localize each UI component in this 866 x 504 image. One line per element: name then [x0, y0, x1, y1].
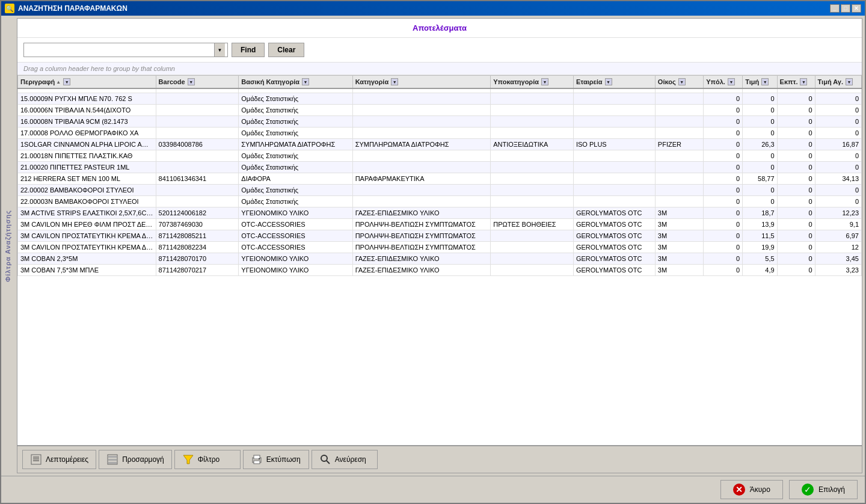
- find-button[interactable]: Find: [232, 43, 265, 57]
- cell-etaireia: [573, 185, 655, 196]
- print-label: Εκτύπωση: [266, 455, 301, 464]
- title-bar-left: 🔍 ΑΝΑΖΗΤΗΣΗ ΠΑΡΑΦΑΡΜΑΚΩΝ: [5, 4, 127, 13]
- table-row[interactable]: [18, 88, 862, 93]
- table-row[interactable]: 3M CAVILON ΠΡΟΣΤΑΤΕΥΤΙΚΗ ΚΡΕΜΑ ΔΕΡΜΑΤΟΣ …: [18, 242, 862, 253]
- table-row[interactable]: 22.00003N ΒΑΜΒΑΚΟΦΟΡΟΙ ΣΤΥΛΕΟΙΟμάδες Στα…: [18, 196, 862, 207]
- filter-oikos-button[interactable]: ▼: [678, 78, 686, 85]
- cell-basiki: Ομάδες Στατιστικής: [239, 128, 352, 139]
- confirm-button[interactable]: ✓ Επιλογή: [789, 480, 858, 499]
- table-row[interactable]: 16.00008N ΤΡΙΒΑΛΙΑ 9CM (82.1473Ομάδες Στ…: [18, 116, 862, 128]
- cell-barcode: [156, 128, 239, 139]
- cell-basiki: ΣΥΜΠΛΗΡΩΜΑΤΑ ΔΙΑΤΡΟΦΗΣ: [239, 139, 352, 150]
- cell-barcode: [156, 196, 239, 207]
- cell-etaireia: [573, 88, 655, 93]
- filter-ekpt-button[interactable]: ▼: [800, 78, 807, 85]
- side-tab: Φίλτρα Αναζήτησης: [1, 16, 14, 476]
- filter-perigrafi-button[interactable]: ▼: [63, 78, 70, 85]
- table-row[interactable]: 1SOLGAR CINNAMON ALPHA LIPOIC ACID TABS …: [18, 139, 862, 150]
- table-row[interactable]: 212 HERRERA SET MEN 100 ML8411061346341Δ…: [18, 173, 862, 185]
- col-header-ekpt[interactable]: Εκπτ. ▼: [777, 76, 815, 89]
- table-row[interactable]: 17.00008 ΡΟΛΛΟ ΘΕΡΜΟΓΡΑΦΙΚΟ ΧΑΟμάδες Στα…: [18, 128, 862, 139]
- cell-barcode: 5201124006182: [156, 207, 239, 219]
- find-toolbar-label: Ανεύρεση: [335, 455, 366, 464]
- filter-basiki-button[interactable]: ▼: [302, 78, 309, 85]
- sort-perigrafi-icon[interactable]: ▲: [56, 79, 61, 85]
- filter-timi-button[interactable]: ▼: [761, 78, 769, 85]
- table-row[interactable]: 3M CAVILON ΠΡΟΣΤΑΤΕΥΤΙΚΗ ΚΡΕΜΑ ΔΕΡΜΑΤΟΣ …: [18, 230, 862, 242]
- col-header-perigrafi[interactable]: Περιγραφή ▲ ▼: [18, 76, 156, 89]
- cell-kategoria: [352, 185, 491, 196]
- col-header-barcode[interactable]: Barcode ▼: [156, 76, 239, 89]
- col-header-timi[interactable]: Τιμή ▼: [743, 76, 777, 89]
- cell-ypokategoria: [491, 105, 574, 116]
- table-row[interactable]: 3M ACTIVE STRIPS ΕΛΑΣΤΙΚΟΙ 2,5X7,6CM 100…: [18, 207, 862, 219]
- table-row[interactable]: 3M CAVILON ΜΗ ΕΡΕΘ ΦΙΛΜ ΠΡΟΣΤ ΔΕΡΜ ΣΠΡΕΙ…: [18, 219, 862, 230]
- table-row[interactable]: 3M COBAN 7,5*3M ΜΠΛΕ8711428070217ΥΓΕΙΟΝΟ…: [18, 265, 862, 276]
- close-button[interactable]: ✕: [852, 4, 861, 13]
- cell-kategoria: ΓΑΖΕΣ-ΕΠΙΔΕΣΜΙΚΟ ΥΛΙΚΟ: [352, 265, 491, 276]
- cell-barcode: 8711428085211: [156, 230, 239, 242]
- filter-button[interactable]: Φίλτρο: [174, 450, 241, 469]
- col-header-etaireia[interactable]: Εταιρεία ▼: [573, 76, 655, 89]
- search-bar: ▼ Find Clear: [17, 38, 862, 63]
- confirm-label: Επιλογή: [818, 485, 845, 494]
- cell-timiag: 12: [815, 242, 861, 253]
- svg-rect-0: [31, 455, 41, 464]
- cell-barcode: 707387469030: [156, 219, 239, 230]
- find-toolbar-button[interactable]: Ανεύρεση: [312, 450, 378, 469]
- cell-ypokategoria: ΠΡΩΤΕΣ ΒΟΗΘΕΙΕΣ: [491, 219, 574, 230]
- cancel-button[interactable]: ✕ Άκυρο: [720, 480, 783, 499]
- cell-ypoloipo: 0: [704, 265, 743, 276]
- table-row[interactable]: 21.00018N ΠΙΠΕΤΤΕΣ ΠΛΑΣΤΙΚ.ΚΑΘΟμάδες Στα…: [18, 150, 862, 162]
- cell-basiki: ΔΙΑΦΟΡΑ: [239, 173, 352, 185]
- filter-ypoloipo-button[interactable]: ▼: [728, 78, 735, 85]
- cell-timi: 5,5: [743, 253, 777, 265]
- table-row[interactable]: 16.00006N ΤΡΙΒΑΛΙΑ Ν.544(ΔΙΧΟΤΟΟμάδες Στ…: [18, 105, 862, 116]
- cell-oikos: [655, 105, 703, 116]
- search-combo[interactable]: ▼: [23, 43, 228, 57]
- table-row[interactable]: 21.00020 ΠΙΠΕΤΤΕΣ PASTEUR 1MLΟμάδες Στατ…: [18, 162, 862, 173]
- filter-kategoria-button[interactable]: ▼: [391, 78, 398, 85]
- table-row[interactable]: 15.00009N ΡΥΓΧΗ ΜΠΛΕ Ν70. 762 SΟμάδες Στ…: [18, 93, 862, 105]
- cell-kategoria: [352, 105, 491, 116]
- filter-etaireia-button[interactable]: ▼: [605, 78, 612, 85]
- cell-ypoloipo: 0: [704, 93, 743, 105]
- adjust-button[interactable]: Προσαρμογή: [99, 450, 172, 469]
- filter-timiag-button[interactable]: ▼: [846, 78, 853, 85]
- cell-ekpt: 0: [777, 230, 815, 242]
- details-button[interactable]: Λεπτομέρειες: [22, 450, 96, 469]
- details-label: Λεπτομέρειες: [46, 455, 88, 464]
- cell-ypoloipo: 0: [704, 253, 743, 265]
- table-row[interactable]: 22.00002 ΒΑΜΒΑΚΟΦΟΡΟΙ ΣΤΥΛΕΟΙΟμάδες Στατ…: [18, 185, 862, 196]
- window-title: ΑΝΑΖΗΤΗΣΗ ΠΑΡΑΦΑΡΜΑΚΩΝ: [18, 4, 127, 13]
- filter-barcode-button[interactable]: ▼: [188, 78, 195, 85]
- col-header-basiki[interactable]: Βασική Κατηγορία ▼: [239, 76, 352, 89]
- col-header-oikos[interactable]: Οίκος ▼: [655, 76, 703, 89]
- cell-basiki: OTC-ACCESSORIES: [239, 219, 352, 230]
- combo-arrow-icon[interactable]: ▼: [214, 43, 225, 57]
- cell-ypokategoria: [491, 242, 574, 253]
- col-header-ypokategoria[interactable]: Υποκατηγορία ▼: [491, 76, 574, 89]
- col-header-timiag[interactable]: Τιμή Αγ. ▼: [815, 76, 861, 89]
- maximize-button[interactable]: □: [841, 4, 850, 13]
- cell-timiag: [815, 88, 861, 93]
- col-ypoloipo-label: Υπόλ.: [706, 78, 725, 85]
- cell-ypokategoria: ΑΝΤΙΟΞΕΙΔΩΤΙΚΑ: [491, 139, 574, 150]
- cell-timi: 19,9: [743, 242, 777, 253]
- print-button[interactable]: Εκτύπωση: [243, 450, 309, 469]
- cell-barcode: [156, 162, 239, 173]
- table-container[interactable]: Περιγραφή ▲ ▼ Barcode ▼: [17, 75, 862, 445]
- cell-ypoloipo: 0: [704, 173, 743, 185]
- table-row[interactable]: 3M COBAN 2,3*5M8711428070170ΥΓΕΙΟΝΟΜΙΚΟ …: [18, 253, 862, 265]
- minimize-button[interactable]: _: [830, 4, 840, 13]
- cell-oikos: [655, 173, 703, 185]
- svg-rect-6: [108, 459, 117, 461]
- col-header-ypoloipo[interactable]: Υπόλ. ▼: [704, 76, 743, 89]
- clear-button[interactable]: Clear: [268, 43, 304, 57]
- cell-basiki: ΥΓΕΙΟΝΟΜΙΚΟ ΥΛΙΚΟ: [239, 253, 352, 265]
- cell-perigrafi: 212 HERRERA SET MEN 100 ML: [18, 173, 156, 185]
- filter-ypokategoria-button[interactable]: ▼: [541, 78, 548, 85]
- cell-ekpt: 0: [777, 242, 815, 253]
- cell-timiag: 0: [815, 128, 861, 139]
- col-header-kategoria[interactable]: Κατηγορία ▼: [352, 76, 491, 89]
